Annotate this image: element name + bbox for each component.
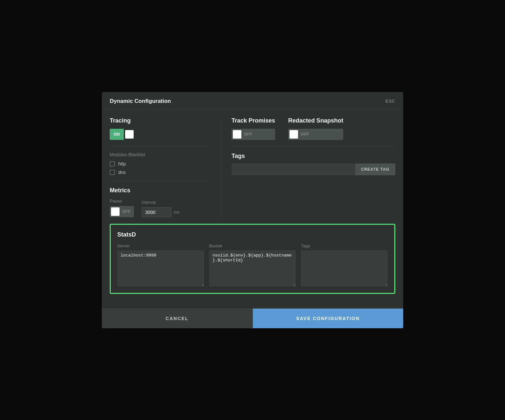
redacted-snapshot-toggle[interactable]: OFF [288, 129, 343, 140]
statsd-tags-input[interactable] [301, 250, 388, 286]
metrics-section: Metrics Pause OFF Interval [110, 187, 213, 217]
pause-col: Pause OFF [110, 199, 134, 217]
left-column: Tracing ON Modules Blacklist http [110, 117, 221, 217]
http-label: http [118, 161, 126, 166]
right-column: Track Promises OFF Redacted Snapshot OFF [221, 117, 395, 217]
redacted-snapshot-title: Redacted Snapshot [288, 117, 343, 124]
top-section: Tracing ON Modules Blacklist http [110, 117, 395, 217]
http-checkbox[interactable] [110, 161, 115, 166]
track-promises-thumb [233, 130, 241, 139]
interval-input[interactable] [142, 207, 171, 217]
tags-title: Tags [232, 153, 395, 160]
track-promises-toggle[interactable]: OFF [232, 129, 275, 140]
interval-col: Interval ms [142, 200, 179, 217]
right-top-row: Track Promises OFF Redacted Snapshot OFF [232, 117, 395, 146]
statsd-tags-label: Tags [301, 243, 388, 248]
dns-checkbox[interactable] [110, 170, 115, 175]
redacted-snapshot-label: OFF [299, 129, 312, 140]
pause-label: Pause [110, 199, 134, 203]
interval-label: Interval [142, 200, 179, 205]
track-promises-title: Track Promises [232, 117, 275, 124]
tracing-title: Tracing [110, 117, 213, 124]
cancel-button[interactable]: CANCEL [102, 309, 253, 328]
statsd-title: StatsD [117, 231, 388, 238]
tags-section: Tags CREATE TAG [232, 153, 395, 175]
interval-unit: ms [174, 210, 179, 215]
pause-toggle-label: OFF [121, 206, 134, 217]
divider-2 [110, 181, 213, 181]
dns-checkbox-row: dns [110, 170, 213, 175]
modal-footer: CANCEL SAVE CONFIGURATION [102, 308, 403, 328]
metrics-title: Metrics [110, 187, 213, 194]
modal-header: Dynamic Configuration ESC [102, 92, 403, 109]
modal-overlay: Dynamic Configuration ESC Tracing ON [0, 0, 505, 420]
tracing-toggle[interactable]: ON [110, 129, 135, 140]
modal-title: Dynamic Configuration [110, 98, 171, 105]
redacted-snapshot-section: Redacted Snapshot OFF [288, 117, 343, 140]
tag-input-row: CREATE TAG [232, 163, 395, 175]
esc-button[interactable]: ESC [385, 99, 395, 104]
track-promises-section: Track Promises OFF [232, 117, 275, 140]
tracing-toggle-wrap: ON [110, 129, 213, 140]
dynamic-config-modal: Dynamic Configuration ESC Tracing ON [102, 92, 403, 328]
statsd-bucket-field: Bucket nsolid.${env}.${app}.${hostname}.… [209, 243, 296, 286]
statsd-fields: Server localhost:9999 Bucket nsolid.${en… [117, 243, 388, 286]
save-configuration-button[interactable]: SAVE CONFIGURATION [253, 309, 403, 328]
statsd-server-input[interactable]: localhost:9999 [117, 250, 204, 286]
statsd-server-label: Server [117, 243, 204, 248]
dns-label: dns [118, 170, 126, 175]
http-checkbox-row: http [110, 161, 213, 166]
metrics-row: Pause OFF Interval ms [110, 199, 213, 217]
statsd-bucket-input[interactable]: nsolid.${env}.${app}.${hostname}.${short… [209, 250, 296, 286]
divider-1 [110, 146, 213, 146]
statsd-tags-field: Tags [301, 243, 388, 286]
redacted-snapshot-thumb [290, 130, 298, 139]
statsd-bucket-label: Bucket [209, 243, 296, 248]
statsd-server-field: Server localhost:9999 [117, 243, 204, 286]
pause-toggle-thumb [111, 207, 120, 216]
modules-blacklist-title: Modules Blacklist [110, 152, 213, 157]
tag-input[interactable] [232, 163, 355, 175]
tracing-toggle-thumb [125, 130, 134, 139]
tracing-toggle-on-label: ON [110, 129, 124, 140]
pause-toggle[interactable]: OFF [110, 206, 134, 217]
track-promises-label: OFF [243, 129, 256, 140]
interval-wrap: ms [142, 207, 179, 217]
modal-body: Tracing ON Modules Blacklist http [102, 109, 403, 308]
statsd-section: StatsD Server localhost:9999 Bucket nsol… [110, 224, 395, 294]
create-tag-button[interactable]: CREATE TAG [355, 163, 395, 175]
